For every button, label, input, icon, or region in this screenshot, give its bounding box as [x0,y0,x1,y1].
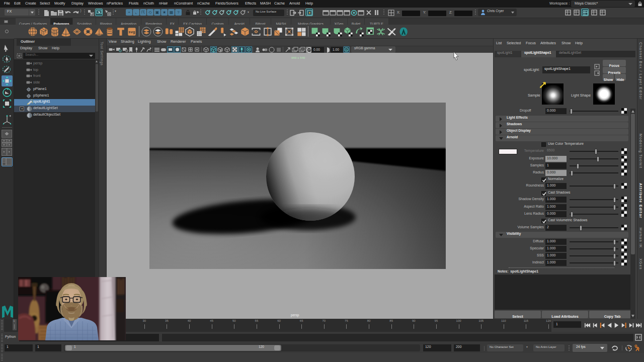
svg-text:G: G [345,48,348,51]
svg-text:svg: svg [128,30,135,34]
